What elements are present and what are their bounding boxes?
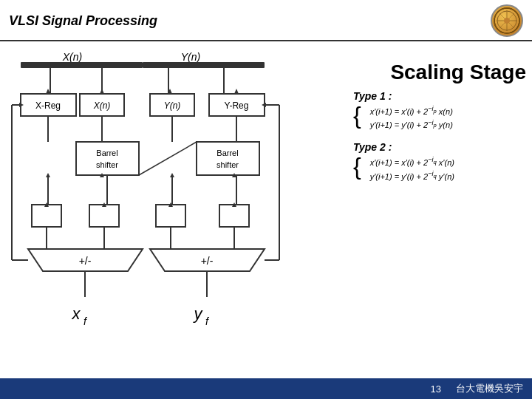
type1-brace: { (353, 103, 361, 127)
adder-right-label: +/- (201, 255, 214, 267)
type2-formulas: x'(i+1) = x'(i) + 2−iq x'(n) y'(i+1) = y… (364, 156, 454, 182)
barrel-shifter-right-label2: shifter (216, 160, 239, 169)
page-number: 13 (431, 383, 441, 395)
scaling-stage-title: Scaling Stage (353, 61, 526, 84)
svg-rect-26 (89, 205, 119, 227)
type1-brace-group: { x'(i+1) = x'(i) + 2−ip x(n) y'(i+1) = … (353, 105, 526, 131)
xn-top-label: X(n) (62, 51, 82, 63)
type1-section: Type 1 : { x'(i+1) = x'(i) + 2−ip x(n) y… (353, 90, 526, 131)
circuit-diagram: X(n) Y(n) X-Reg X(n) Y(n) (6, 46, 331, 356)
svg-marker-44 (100, 89, 104, 94)
svg-point-2 (504, 18, 510, 24)
type2-brace: { (353, 154, 361, 178)
type1-formulas: x'(i+1) = x'(i) + 2−ip x(n) y'(i+1) = y'… (364, 105, 453, 131)
svg-rect-27 (156, 205, 185, 227)
diagram-section: X(n) Y(n) X-Reg X(n) Y(n) (6, 46, 346, 372)
svg-marker-49 (170, 173, 174, 177)
x-reg-label: X-Reg (35, 100, 61, 111)
yn-box-label: Y(n) (164, 100, 181, 111)
xn-box-label: X(n) (93, 100, 111, 111)
svg-line-20 (139, 142, 197, 175)
type2-formula1: x'(i+1) = x'(i) + 2−iq x'(n) (370, 156, 454, 167)
barrel-shifter-right-label1: Barrel (216, 149, 238, 157)
svg-rect-5 (143, 62, 265, 68)
svg-rect-18 (76, 142, 139, 175)
svg-marker-46 (234, 89, 239, 94)
type2-brace-group: { x'(i+1) = x'(i) + 2−iq x'(n) y'(i+1) =… (353, 156, 526, 182)
yf-subscript: f (205, 316, 210, 327)
svg-rect-19 (197, 142, 259, 175)
text-section: Scaling Stage Type 1 : { x'(i+1) = x'(i)… (346, 46, 526, 372)
header: VLSI Signal Processing (0, 0, 532, 41)
type1-label: Type 1 : (353, 90, 526, 102)
page-title: VLSI Signal Processing (9, 13, 157, 29)
svg-marker-48 (46, 173, 50, 177)
type2-section: Type 2 : { x'(i+1) = x'(i) + 2−iq x'(n) … (353, 141, 526, 182)
type2-label: Type 2 : (353, 141, 526, 153)
university-logo (491, 4, 523, 37)
xf-subscript: f (83, 316, 88, 327)
institution-text: 台大電機吳安宇 (456, 382, 523, 395)
svg-rect-4 (21, 62, 143, 68)
svg-rect-25 (32, 205, 61, 227)
barrel-shifter-left-label2: shifter (96, 160, 118, 169)
barrel-shifter-left-label1: Barrel (96, 149, 117, 157)
xf-label: x (72, 304, 81, 323)
svg-rect-28 (219, 205, 249, 227)
type1-formula2: y'(i+1) = y'(i) + 2−ip y(n) (370, 119, 453, 130)
type2-formula2: y'(i+1) = y'(i) + 2−iq y'(n) (370, 170, 454, 181)
yf-label: y (193, 304, 204, 323)
main-content: X(n) Y(n) X-Reg X(n) Y(n) (0, 41, 532, 377)
type1-formula1: x'(i+1) = x'(i) + 2−ip x(n) (370, 105, 453, 116)
adder-left-label: +/- (79, 255, 92, 267)
y-reg-label: Y-Reg (225, 100, 249, 111)
yn-top-label: Y(n) (181, 51, 200, 63)
footer: 13 台大電機吳安宇 (0, 378, 532, 399)
